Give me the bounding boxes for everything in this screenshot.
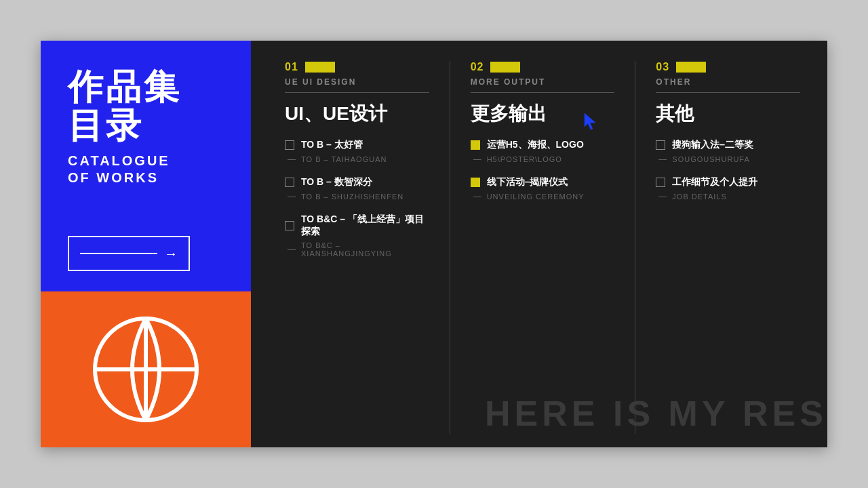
item-title-row: TO B – 数智深分 <box>285 176 429 188</box>
column-1: 01 UE UI DESIGN UI、UE设计 TO B – 太好管 — TO … <box>285 61 450 434</box>
item-subtitle-row: — JOB DETAILS <box>656 192 800 201</box>
list-item: 线下活动–揭牌仪式 — UNVEILING CEREMONY <box>471 176 615 201</box>
col-3-number: 03 <box>656 61 669 73</box>
dash: — <box>473 155 481 164</box>
column-3: 03 OTHER 其他 搜狗输入法–二等奖 — SOUGOUSHURUFA <box>656 61 800 434</box>
item-en-subtitle: H5\POSTER\LOGO <box>487 155 562 163</box>
main-container: 作品集目录 CATALOGUE OF WORKS → <box>41 41 827 447</box>
left-bottom-orange <box>41 291 251 447</box>
item-cn-title[interactable]: TO B&C – 「线上经营」项目探索 <box>301 214 429 238</box>
item-subtitle-row: — TO B – SHUZHISHENFEN <box>285 192 429 201</box>
left-panel: 作品集目录 CATALOGUE OF WORKS → <box>41 41 251 447</box>
item-title-row: 搜狗输入法–二等奖 <box>656 139 800 151</box>
item-title-row: TO B – 太好管 <box>285 139 429 151</box>
col-3-main-title: 其他 <box>656 102 800 125</box>
item-subtitle-row: — H5\POSTER\LOGO <box>471 155 615 164</box>
list-item: TO B – 数智深分 — TO B – SHUZHISHENFEN <box>285 176 429 201</box>
col-1-number: 01 <box>285 61 298 73</box>
item-cn-title[interactable]: 搜狗输入法–二等奖 <box>672 139 753 151</box>
globe-icon <box>88 312 203 427</box>
item-title-row: 运营H5、海报、LOGO <box>471 139 615 151</box>
checkbox-icon <box>656 140 665 150</box>
col-2-divider <box>471 92 615 93</box>
item-cn-title[interactable]: 运营H5、海报、LOGO <box>487 139 584 151</box>
cursor-pointer-icon <box>582 112 601 131</box>
list-item: TO B – 太好管 — TO B – TAIHAOGUAN <box>285 139 429 164</box>
col-1-divider <box>285 92 429 93</box>
list-item: 搜狗输入法–二等奖 — SOUGOUSHURUFA <box>656 139 800 164</box>
arrow-line <box>80 253 157 254</box>
col-3-tag <box>676 62 706 73</box>
col-1-header: 01 <box>285 61 429 73</box>
col-3-header: 03 <box>656 61 800 73</box>
item-subtitle-row: — UNVEILING CEREMONY <box>471 192 615 201</box>
col-1-tag <box>305 62 335 73</box>
item-cn-title[interactable]: 线下活动–揭牌仪式 <box>487 176 568 188</box>
checkbox-icon <box>285 178 294 187</box>
dash: — <box>288 155 296 164</box>
catalogue-text: CATALOGUE <box>68 153 231 169</box>
item-subtitle-row: — TO B – TAIHAOGUAN <box>285 155 429 164</box>
dash: — <box>473 192 481 201</box>
english-titles: CATALOGUE OF WORKS <box>68 153 231 186</box>
list-item: 工作细节及个人提升 — JOB DETAILS <box>656 176 800 201</box>
item-title-row: 工作细节及个人提升 <box>656 176 800 188</box>
list-item: 运营H5、海报、LOGO — H5\POSTER\LOGO <box>471 139 615 164</box>
of-works-text: OF WORKS <box>68 170 231 186</box>
arrow-head: → <box>164 246 178 262</box>
left-top-blue: 作品集目录 CATALOGUE OF WORKS → <box>41 41 251 291</box>
item-title-row: TO B&C – 「线上经营」项目探索 <box>285 214 429 238</box>
chinese-title: 作品集目录 <box>68 68 231 145</box>
right-panel: 01 UE UI DESIGN UI、UE设计 TO B – 太好管 — TO … <box>251 41 827 447</box>
item-en-subtitle: TO B&C – XIANSHANGJINGYING <box>301 241 429 258</box>
col-2-subtitle: MORE OUTPUT <box>471 77 615 87</box>
col-2-header: 02 <box>471 61 615 73</box>
bottom-marquee-text: HERE IS MY RES <box>485 393 827 434</box>
item-title-row: 线下活动–揭牌仪式 <box>471 176 615 188</box>
item-cn-title[interactable]: 工作细节及个人提升 <box>672 176 757 188</box>
dash: — <box>658 155 667 164</box>
columns-wrapper: 01 UE UI DESIGN UI、UE设计 TO B – 太好管 — TO … <box>285 61 800 434</box>
item-en-subtitle: TO B – TAIHAOGUAN <box>301 155 387 163</box>
column-2: 02 MORE OUTPUT 更多输出 运营H5、海报、LOGO <box>471 61 636 434</box>
col-3-divider <box>656 92 800 93</box>
col-1-subtitle: UE UI DESIGN <box>285 77 429 87</box>
col-2-number: 02 <box>471 61 484 73</box>
checkbox-icon <box>656 178 665 187</box>
dash: — <box>658 192 667 201</box>
col-2-tag <box>490 62 520 73</box>
item-en-subtitle: JOB DETAILS <box>672 192 726 201</box>
checkbox-icon <box>285 221 294 230</box>
item-en-subtitle: TO B – SHUZHISHENFEN <box>301 192 403 201</box>
dash: — <box>288 192 296 201</box>
item-cn-title[interactable]: TO B – 太好管 <box>301 139 363 151</box>
dash: — <box>288 245 296 254</box>
item-subtitle-row: — SOUGOUSHURUFA <box>656 155 800 164</box>
checkbox-filled-icon <box>471 140 480 150</box>
item-cn-title[interactable]: TO B – 数智深分 <box>301 176 372 188</box>
item-subtitle-row: — TO B&C – XIANSHANGJINGYING <box>285 241 429 258</box>
svg-marker-3 <box>585 113 595 129</box>
arrow-button[interactable]: → <box>68 236 190 271</box>
checkbox-filled-icon <box>471 178 480 187</box>
item-en-subtitle: SOUGOUSHURUFA <box>672 155 749 163</box>
list-item: TO B&C – 「线上经营」项目探索 — TO B&C – XIANSHANG… <box>285 214 429 258</box>
checkbox-icon <box>285 140 294 150</box>
col-3-subtitle: OTHER <box>656 77 800 87</box>
item-en-subtitle: UNVEILING CEREMONY <box>487 192 585 201</box>
col-1-main-title: UI、UE设计 <box>285 102 429 125</box>
